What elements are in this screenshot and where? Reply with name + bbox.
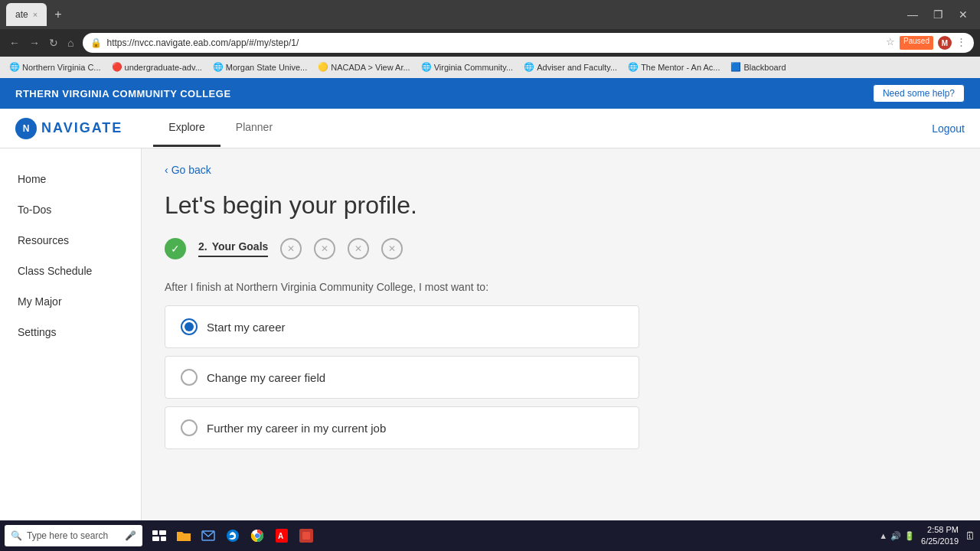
question-text: After I finish at Northern Virginia Comm…	[165, 281, 957, 293]
bookmark-label: The Mentor - An Ac...	[641, 63, 720, 72]
radio-inner-filled	[185, 322, 194, 331]
date-display: 6/25/2019	[921, 536, 959, 547]
sidebar-item-class-schedule[interactable]: Class Schedule	[0, 256, 141, 286]
active-tab[interactable]: ate ×	[6, 3, 47, 26]
sidebar-item-home[interactable]: Home	[0, 164, 141, 194]
sidebar-label: To-Dos	[18, 204, 51, 216]
notification-icon[interactable]: 🗓	[965, 530, 975, 542]
bookmark-label: undergraduate-adv...	[125, 63, 202, 72]
blackboard-icon: 🟦	[730, 62, 741, 73]
logo-icon: N	[15, 118, 37, 139]
logout-button[interactable]: Logout	[932, 122, 965, 135]
globe2-icon: 🌐	[213, 62, 224, 73]
new-tab-button[interactable]: +	[50, 8, 66, 21]
svg-text:A: A	[278, 532, 283, 540]
chevron-left-icon: ‹	[165, 164, 168, 176]
chrome-button[interactable]	[247, 525, 268, 546]
logo-area: N NAVIGATE	[15, 118, 122, 139]
bookmark-undergrad[interactable]: 🔴 undergraduate-adv...	[107, 60, 207, 74]
home-button[interactable]: ⌂	[64, 35, 77, 51]
svg-point-5	[227, 530, 239, 542]
app7-button[interactable]	[296, 525, 317, 546]
forward-button[interactable]: →	[26, 35, 43, 51]
step-label: Your Goals	[212, 240, 269, 253]
svg-rect-0	[152, 530, 158, 535]
radio-start-career[interactable]	[181, 318, 198, 335]
tab-planner[interactable]: Planner	[220, 109, 288, 147]
bookmark-label: Virginia Community...	[434, 63, 514, 72]
reload-button[interactable]: ↻	[46, 35, 61, 51]
close-button[interactable]: ✕	[952, 7, 974, 22]
content-area: ‹ Go back Let's begin your profile. ✓ 2.…	[142, 148, 980, 520]
minimize-button[interactable]: —	[901, 7, 924, 22]
radio-change-career[interactable]	[181, 369, 198, 386]
bookmark-label: Morgan State Unive...	[226, 63, 307, 72]
nav-bar: N NAVIGATE Explore Planner Logout	[0, 109, 980, 148]
nacada-icon: 🟡	[318, 62, 328, 73]
step-number: 2.	[198, 240, 207, 253]
taskbar-search-box[interactable]: 🔍 Type here to search 🎤	[5, 525, 142, 546]
sidebar-label: Resources	[18, 234, 69, 246]
radio-further-career[interactable]	[181, 419, 198, 436]
option-start-career[interactable]: Start my career	[165, 305, 639, 348]
taskview-button[interactable]	[149, 525, 170, 546]
time-display: 2:58 PM	[921, 524, 959, 536]
college-name: RTHERN VIRGINIA COMMUNITY COLLEGE	[15, 88, 231, 99]
help-button[interactable]: Need some help?	[873, 84, 965, 103]
go-back-label: Go back	[172, 164, 211, 176]
option-label-start-career: Start my career	[207, 321, 286, 334]
edge-button[interactable]	[222, 525, 243, 546]
volume-icon: 🔊	[890, 531, 901, 541]
restore-button[interactable]: ❐	[927, 7, 949, 22]
logo-text: NAVIGATE	[41, 120, 122, 136]
browser-chrome: ate × + — ❐ ✕	[0, 0, 980, 29]
step-3: ✕	[280, 238, 302, 259]
svg-rect-1	[159, 530, 166, 535]
network-icon: ▲	[879, 531, 887, 540]
tab-explore[interactable]: Explore	[153, 109, 220, 147]
acrobat-button[interactable]: A	[271, 525, 292, 546]
user-avatar[interactable]: M	[938, 36, 952, 50]
step-1-complete: ✓	[165, 238, 186, 259]
bookmark-star-icon[interactable]: ☆	[886, 36, 895, 50]
bookmark-mentor[interactable]: 🌐 The Mentor - An Ac...	[623, 60, 724, 74]
bookmark-label: Blackboard	[743, 63, 786, 72]
main-layout: Home To-Dos Resources Class Schedule My …	[0, 148, 980, 520]
globe3-icon: 🌐	[421, 62, 432, 73]
bookmarks-bar: 🌐 Northern Virginia C... 🔴 undergraduate…	[0, 57, 980, 78]
bookmark-nacada[interactable]: 🟡 NACADA > View Ar...	[313, 60, 414, 74]
bookmark-label: Northern Virginia C...	[22, 63, 101, 72]
svg-rect-11	[302, 532, 310, 540]
menu-icon[interactable]: ⋮	[956, 36, 966, 50]
bookmark-morgan[interactable]: 🌐 Morgan State Unive...	[208, 60, 312, 74]
paused-badge: Paused	[900, 36, 933, 50]
mail-button[interactable]	[198, 525, 219, 546]
option-further-career[interactable]: Further my career in my current job	[165, 406, 639, 449]
back-button[interactable]: ←	[6, 35, 23, 51]
step-6: ✕	[381, 238, 403, 259]
svg-point-7	[255, 533, 260, 538]
tab-bar: ate × +	[6, 3, 66, 26]
bookmark-adviser[interactable]: 🌐 Adviser and Faculty...	[519, 60, 622, 74]
search-icon: 🔍	[11, 530, 22, 541]
url-input-box[interactable]: 🔒 https://nvcc.navigate.eab.com/app/#/my…	[83, 33, 974, 53]
svg-rect-2	[152, 536, 159, 541]
option-change-career[interactable]: Change my career field	[165, 356, 639, 399]
mic-icon[interactable]: 🎤	[125, 530, 136, 541]
page-title: Let's begin your profile.	[165, 191, 957, 220]
bookmark-vcc[interactable]: 🌐 Virginia Community...	[416, 60, 518, 74]
sidebar-item-my-major[interactable]: My Major	[0, 286, 141, 317]
bookmark-blackboard[interactable]: 🟦 Blackboard	[726, 60, 790, 74]
sidebar-label: My Major	[18, 295, 62, 308]
sidebar-item-settings[interactable]: Settings	[0, 317, 141, 347]
search-text: Type here to search	[27, 530, 108, 541]
tab-close-btn[interactable]: ×	[33, 10, 38, 19]
bookmark-nvcc[interactable]: 🌐 Northern Virginia C...	[5, 60, 106, 74]
taskbar-right: ▲ 🔊 🔋 2:58 PM 6/25/2019 🗓	[879, 524, 975, 548]
sidebar-item-todos[interactable]: To-Dos	[0, 194, 141, 225]
bookmark-label: NACADA > View Ar...	[331, 63, 410, 72]
sidebar-item-resources[interactable]: Resources	[0, 225, 141, 256]
file-explorer-button[interactable]	[173, 525, 194, 546]
globe4-icon: 🌐	[524, 62, 534, 73]
go-back-link[interactable]: ‹ Go back	[165, 164, 957, 176]
